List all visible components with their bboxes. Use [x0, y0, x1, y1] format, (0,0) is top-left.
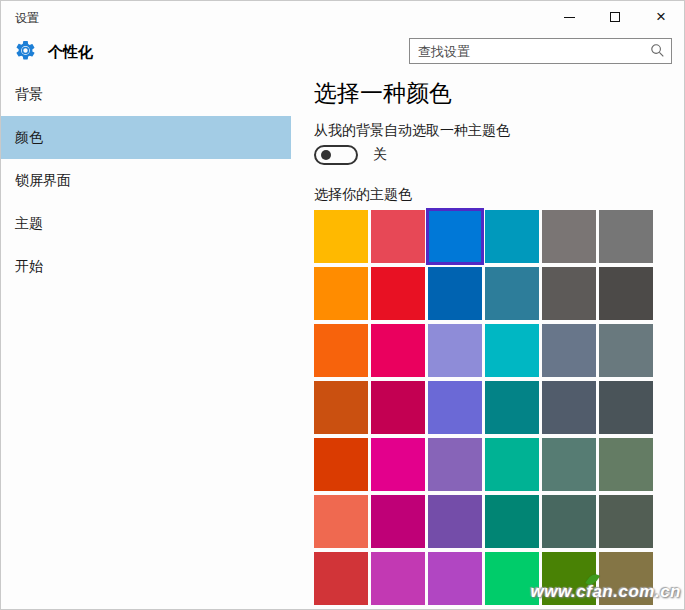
window-title: 设置 — [15, 10, 39, 27]
auto-accent-label: 从我的背景自动选取一种主题色 — [314, 122, 510, 140]
window-controls: × — [546, 1, 684, 33]
sidebar-item[interactable]: 背景 — [1, 73, 291, 116]
color-swatch[interactable] — [371, 381, 425, 434]
color-swatch[interactable] — [485, 438, 539, 491]
color-swatch[interactable] — [428, 438, 482, 491]
color-swatch[interactable] — [485, 210, 539, 263]
toggle-knob — [321, 150, 331, 160]
color-swatch[interactable] — [314, 438, 368, 491]
color-swatch[interactable] — [542, 381, 596, 434]
minimize-icon — [564, 17, 575, 18]
color-swatch[interactable] — [542, 267, 596, 320]
auto-accent-toggle[interactable] — [314, 145, 358, 165]
minimize-button[interactable] — [546, 1, 592, 33]
color-swatch[interactable] — [371, 324, 425, 377]
color-swatch[interactable] — [371, 210, 425, 263]
color-swatch[interactable] — [314, 267, 368, 320]
toggle-row: 关 — [314, 145, 387, 165]
page-title: 选择一种颜色 — [314, 78, 452, 109]
sidebar-item[interactable]: 颜色 — [1, 116, 291, 159]
color-swatch[interactable] — [371, 552, 425, 605]
app-header: 个性化 — [1, 33, 684, 73]
color-swatch[interactable] — [428, 381, 482, 434]
color-swatch[interactable] — [428, 210, 482, 263]
sidebar-nav: 背景颜色锁屏界面主题开始 — [1, 73, 291, 609]
color-swatch[interactable] — [314, 210, 368, 263]
toggle-state-label: 关 — [373, 146, 387, 164]
color-swatch[interactable] — [485, 267, 539, 320]
color-swatch[interactable] — [314, 495, 368, 548]
color-swatch[interactable] — [371, 438, 425, 491]
accent-palette — [314, 210, 653, 605]
maximize-icon — [610, 12, 620, 22]
color-swatch[interactable] — [371, 495, 425, 548]
color-swatch[interactable] — [542, 324, 596, 377]
page-app-title: 个性化 — [48, 43, 93, 62]
maximize-button[interactable] — [592, 1, 638, 33]
search-input[interactable] — [409, 38, 672, 64]
color-swatch[interactable] — [314, 552, 368, 605]
close-icon: × — [656, 12, 666, 22]
color-swatch[interactable] — [542, 438, 596, 491]
settings-window: 设置 × 个性化 — [0, 0, 685, 610]
color-swatch[interactable] — [599, 267, 653, 320]
gear-icon — [14, 39, 37, 62]
color-swatch[interactable] — [428, 495, 482, 548]
color-swatch[interactable] — [599, 495, 653, 548]
color-swatch[interactable] — [428, 324, 482, 377]
color-swatch[interactable] — [599, 324, 653, 377]
watermark-text: www.cfan.com.cn — [531, 582, 681, 601]
color-swatch[interactable] — [599, 438, 653, 491]
color-swatch[interactable] — [542, 495, 596, 548]
sidebar-list: 背景颜色锁屏界面主题开始 — [1, 73, 291, 288]
color-swatch[interactable] — [371, 267, 425, 320]
sidebar-item[interactable]: 开始 — [1, 245, 291, 288]
sidebar-item[interactable]: 锁屏界面 — [1, 159, 291, 202]
color-swatch[interactable] — [599, 210, 653, 263]
color-swatch[interactable] — [428, 267, 482, 320]
color-swatch[interactable] — [485, 495, 539, 548]
magnifier-icon — [650, 43, 665, 58]
color-swatch[interactable] — [314, 381, 368, 434]
main-content: 选择一种颜色 从我的背景自动选取一种主题色 关 选择你的主题色 — [314, 73, 684, 609]
accent-section-label: 选择你的主题色 — [314, 186, 412, 204]
search-box — [409, 38, 672, 64]
watermark: www.cfan.com.cn — [531, 582, 681, 602]
sidebar-item[interactable]: 主题 — [1, 202, 291, 245]
color-swatch[interactable] — [428, 552, 482, 605]
color-swatch[interactable] — [485, 324, 539, 377]
color-swatch[interactable] — [599, 381, 653, 434]
title-bar: 设置 × — [1, 1, 684, 33]
close-button[interactable]: × — [638, 1, 684, 33]
color-swatch[interactable] — [542, 210, 596, 263]
color-swatch[interactable] — [314, 324, 368, 377]
color-swatch[interactable] — [485, 381, 539, 434]
